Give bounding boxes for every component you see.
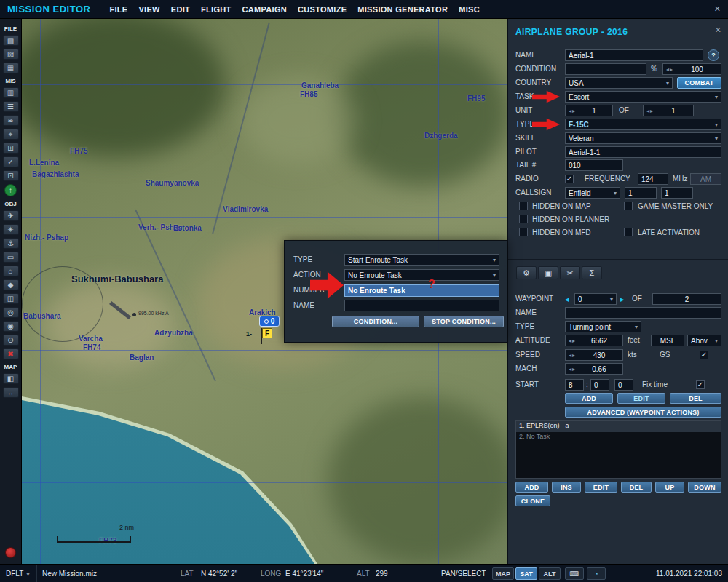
advanced-actions-button[interactable]: ADVANCED (WAYPOINT ACTIONS) [565, 407, 721, 418]
fix-time-checkbox[interactable]: ✓ [696, 380, 705, 389]
briefing-icon[interactable]: ▥ [3, 87, 19, 98]
next-waypoint-icon[interactable]: ▸ [620, 295, 625, 304]
altitude-stepper[interactable]: ◂▸6562 [565, 335, 623, 346]
callsign-select[interactable]: Enfield▾ [565, 187, 620, 199]
action-up-button[interactable]: UP [655, 482, 684, 493]
keyboard-icon[interactable]: ⌨ [565, 567, 584, 580]
stepper-arrows-icon[interactable]: ◂▸ [569, 366, 576, 372]
goal-icon[interactable]: ⌖ [3, 129, 19, 140]
bullseye-icon[interactable]: ◉ [3, 321, 19, 332]
task-select[interactable]: Escort▾ [565, 91, 721, 103]
late-activation-checkbox[interactable] [624, 228, 633, 236]
menu-campaign[interactable]: CAMPAIGN [242, 5, 287, 14]
panel-close-icon[interactable]: ✕ [715, 25, 721, 35]
weather-icon[interactable]: ≋ [3, 115, 19, 126]
skill-select[interactable]: Veteran▾ [565, 132, 721, 144]
record-icon[interactable] [5, 547, 16, 558]
dialog-name-input[interactable] [344, 300, 499, 311]
tab-summary[interactable]: Σ [582, 266, 602, 279]
airplane-group-icon[interactable]: ✈ [3, 210, 19, 221]
sat-view-button[interactable]: SAT [515, 567, 537, 580]
aircraft-type-select[interactable]: F-15C▾ [565, 119, 721, 130]
vehicle-group-icon[interactable]: ▭ [3, 252, 19, 263]
stepper-arrows-icon[interactable]: ◂▸ [569, 352, 576, 359]
speed-stepper[interactable]: ◂▸430 [565, 349, 623, 361]
menu-view[interactable]: VIEW [138, 5, 159, 14]
waypoint-name-input[interactable] [565, 307, 721, 319]
map-view-button[interactable]: MAP [492, 567, 514, 580]
radio-checkbox[interactable]: ✓ [565, 175, 574, 183]
waypoint-del-button[interactable]: DEL [670, 393, 721, 404]
static-object-icon[interactable]: ⌂ [3, 266, 19, 276]
tail-number-input[interactable] [565, 159, 623, 171]
altitude-mode-select[interactable]: Abov▾ [687, 335, 721, 346]
tab-payload[interactable]: ▣ [538, 266, 558, 279]
clone-button[interactable]: CLONE [515, 495, 550, 506]
menu-misc[interactable]: MISC [459, 5, 480, 14]
waypoint-edit-button[interactable]: EDIT [617, 393, 665, 404]
template-icon[interactable]: ◆ [3, 279, 19, 290]
generator-icon[interactable]: ⊞ [3, 143, 19, 154]
combat-button[interactable]: COMBAT [677, 77, 721, 89]
start-seconds-input[interactable] [614, 379, 633, 391]
airfield-icon[interactable]: ◫ [3, 293, 19, 304]
waypoint-index-select[interactable]: 0▾ [574, 293, 617, 305]
unit-total-stepper[interactable]: ◂▸1 [643, 105, 694, 116]
hidden-on-mfd-checkbox[interactable] [519, 228, 528, 236]
stop-condition-button[interactable]: STOP CONDITION... [424, 316, 504, 327]
waypoint-actions-list[interactable]: 1. EPLRS(on) -a 2. No Task [515, 420, 721, 479]
tab-triggered-actions[interactable]: ✂ [560, 266, 580, 279]
launch-mission-icon[interactable]: ↑ [4, 184, 17, 196]
dialog-type-select[interactable]: Start Enroute Task▾ [344, 254, 499, 266]
action-down-button[interactable]: DOWN [688, 482, 721, 493]
profile-select[interactable]: DFLT [6, 570, 23, 578]
clock-icon[interactable]: ◔ [587, 567, 606, 580]
helicopter-group-icon[interactable]: ✳ [3, 224, 19, 235]
menu-customize[interactable]: CUSTOMIZE [298, 5, 347, 14]
waypoint-badge[interactable]: 0 [259, 316, 280, 327]
dialog-action-select[interactable]: No Enroute Task▾ [344, 269, 499, 281]
measure-distance-icon[interactable]: ↔ [3, 387, 19, 398]
hidden-on-map-checkbox[interactable] [519, 202, 528, 210]
delete-object-icon[interactable]: ✖ [3, 348, 19, 359]
condition-button[interactable]: CONDITION... [332, 316, 419, 327]
pilot-input[interactable] [565, 146, 721, 158]
initial-point-icon[interactable]: ⊙ [3, 335, 19, 346]
menu-mission-generator[interactable]: MISSION GENERATOR [357, 5, 448, 14]
action-add-button[interactable]: ADD [515, 482, 548, 493]
callsign-number-input[interactable] [661, 187, 693, 199]
altitude-ref-box[interactable]: MSL [651, 335, 684, 346]
group-name-input[interactable] [565, 49, 703, 61]
checklist-icon[interactable]: ✓ [3, 156, 19, 167]
action-del-button[interactable]: DEL [621, 482, 652, 493]
menu-file[interactable]: FILE [109, 5, 127, 14]
action-ins-button[interactable]: INS [552, 482, 581, 493]
zone-icon[interactable]: ◎ [3, 307, 19, 318]
dropdown-option-selected[interactable]: No Enroute Task [344, 284, 499, 297]
stepper-arrows-icon[interactable]: ◂▸ [569, 108, 576, 114]
window-close-icon[interactable]: ✕ [714, 4, 721, 14]
probability-stepper[interactable]: ◂▸100 [662, 63, 721, 75]
condition-input[interactable] [565, 63, 646, 75]
action-edit-button[interactable]: EDIT [585, 482, 617, 493]
save-mission-icon[interactable]: ▦ [3, 63, 19, 73]
unit-count-stepper[interactable]: ◂▸1 [565, 105, 613, 116]
group-flag[interactable]: F [262, 328, 272, 338]
stepper-arrows-icon[interactable]: ◂▸ [666, 66, 673, 73]
country-select[interactable]: USA▾ [565, 77, 673, 89]
waypoint-type-select[interactable]: Turning point▾ [565, 321, 641, 332]
options-icon[interactable]: ⊡ [3, 170, 19, 181]
mach-stepper[interactable]: ◂▸0.66 [565, 363, 623, 375]
modulation-select[interactable]: AM [690, 173, 721, 185]
waypoint-add-button[interactable]: ADD [565, 393, 613, 404]
frequency-input[interactable] [638, 173, 668, 185]
menu-edit[interactable]: EDIT [171, 5, 190, 14]
action-list-item[interactable]: 1. EPLRS(on) -a [516, 421, 721, 432]
gs-checkbox[interactable]: ✓ [700, 351, 708, 359]
game-master-only-checkbox[interactable] [624, 202, 633, 210]
tab-route[interactable]: ⚙ [516, 266, 537, 279]
action-list-item[interactable]: 2. No Task [516, 432, 721, 443]
start-hours-input[interactable] [565, 379, 584, 391]
open-mission-icon[interactable]: ▨ [3, 49, 19, 60]
chevron-down-icon[interactable]: ▾ [26, 570, 30, 578]
